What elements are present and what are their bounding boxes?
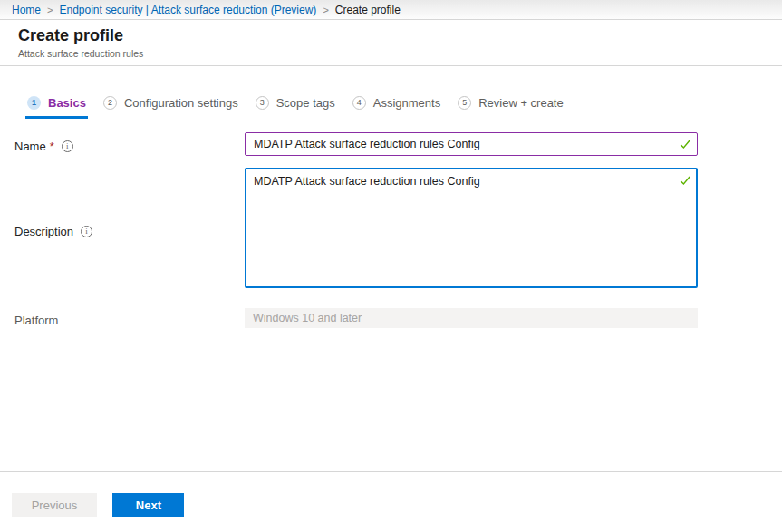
platform-label-text: Platform: [14, 314, 58, 327]
name-field-row: Name* i: [14, 132, 782, 156]
valid-check-icon: [679, 174, 691, 187]
name-input[interactable]: [245, 132, 698, 156]
step-3-badge: 3: [256, 96, 269, 110]
chevron-right-icon: >: [323, 5, 328, 15]
tab-assignments-label: Assignments: [373, 96, 440, 110]
required-asterisk: *: [50, 140, 54, 153]
chevron-right-icon: >: [47, 5, 53, 15]
breadcrumb: Home > Endpoint security | Attack surfac…: [0, 0, 782, 20]
name-label-text: Name: [14, 140, 46, 153]
description-field: MDATP Attack surface reduction rules Con…: [245, 168, 698, 292]
tab-basics[interactable]: 1 Basics: [27, 96, 86, 110]
step-2-badge: 2: [103, 96, 117, 110]
step-5-badge: 5: [458, 96, 471, 110]
breadcrumb-current-page: Create profile: [335, 4, 401, 16]
basics-form: Name* i Description i MDATP Attack surfa…: [0, 132, 782, 328]
description-label: Description i: [14, 168, 245, 292]
platform-field: [245, 308, 698, 328]
tab-review-create[interactable]: 5 Review + create: [458, 96, 564, 110]
wizard-steps: 1 Basics 2 Configuration settings 3 Scop…: [27, 95, 782, 110]
breadcrumb-home-link[interactable]: Home: [12, 4, 41, 16]
breadcrumb-endpoint-security-link[interactable]: Endpoint security | Attack surface reduc…: [59, 4, 316, 16]
next-button[interactable]: Next: [112, 493, 184, 517]
valid-check-icon: [679, 138, 691, 150]
tab-assignments[interactable]: 4 Assignments: [352, 96, 440, 110]
previous-button[interactable]: Previous: [12, 493, 97, 517]
page-header: Create profile Attack surface reduction …: [0, 20, 782, 66]
tab-configuration-settings-label: Configuration settings: [124, 96, 238, 110]
description-label-text: Description: [14, 225, 73, 238]
platform-field-row: Platform: [14, 308, 782, 328]
page-subtitle: Attack surface reduction rules: [18, 48, 782, 59]
description-field-row: Description i MDATP Attack surface reduc…: [14, 168, 782, 292]
wizard-footer: Previous Next: [0, 471, 782, 517]
tab-basics-label: Basics: [48, 96, 86, 110]
info-icon[interactable]: i: [81, 226, 92, 237]
platform-label: Platform: [14, 308, 245, 328]
tab-scope-tags-label: Scope tags: [276, 96, 335, 110]
tab-scope-tags[interactable]: 3 Scope tags: [256, 96, 335, 110]
platform-input: [245, 308, 698, 328]
tab-review-create-label: Review + create: [478, 96, 564, 110]
page-title: Create profile: [18, 25, 782, 45]
tab-configuration-settings[interactable]: 2 Configuration settings: [103, 96, 238, 110]
name-label: Name* i: [14, 132, 245, 156]
description-textarea[interactable]: MDATP Attack surface reduction rules Con…: [245, 168, 698, 288]
step-1-badge: 1: [27, 96, 41, 110]
info-icon[interactable]: i: [62, 140, 73, 152]
step-4-badge: 4: [352, 96, 366, 110]
name-field: [245, 132, 698, 156]
